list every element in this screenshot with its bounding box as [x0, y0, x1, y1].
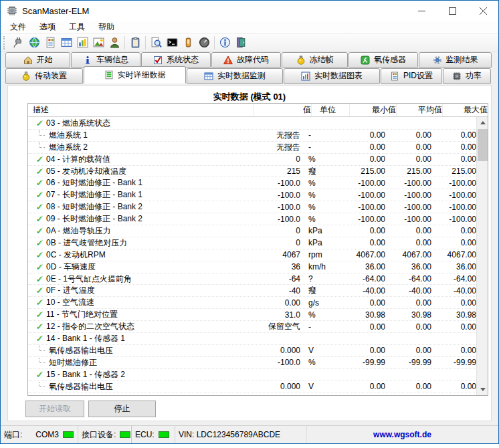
vertical-scrollbar[interactable]	[476, 117, 488, 395]
stop-button[interactable]: 停止	[88, 401, 156, 417]
row-max: 0.00	[431, 346, 476, 355]
tab-freeze-frame[interactable]: 冻结帧	[282, 52, 348, 68]
row-value: 无报告	[243, 130, 300, 141]
maximize-button[interactable]	[437, 1, 468, 21]
header-unit[interactable]: 单位	[312, 104, 350, 116]
user-icon[interactable]	[106, 35, 122, 50]
row-description: 15 - Bank 1 - 传感器 2	[46, 369, 125, 380]
gauge-icon[interactable]	[196, 35, 212, 50]
table-row[interactable]: 氧传感器输出电压0.000V0.000.000.00	[28, 345, 476, 357]
table-row[interactable]: ✓0F - 进气温度-40癈-40.00-40.00-40.00	[28, 285, 476, 297]
tab-vehicle-info[interactable]: 车辆信息	[71, 52, 140, 68]
check-icon: ✓	[33, 250, 46, 260]
check-icon: ✓	[33, 310, 46, 320]
tab-start[interactable]: 开始	[5, 52, 70, 68]
header-avg[interactable]: 平均值	[397, 104, 443, 116]
tab-power[interactable]: 功率	[443, 68, 491, 84]
status-bar: 端口: COM3 接口设备: ECU: VIN: LDC123456789ABC…	[1, 425, 498, 443]
live-monitor-icon	[204, 72, 213, 81]
tab-monitor-results[interactable]: 监测结果	[419, 52, 492, 68]
table-row[interactable]: ✓09 - 长时燃油修正 - Bank 2-100.0%-100.00-100.…	[28, 213, 476, 225]
scrollbar-thumb[interactable]	[478, 129, 488, 161]
toolbar-drag-handle[interactable]	[3, 36, 5, 49]
table-row[interactable]: ✓14 - Bank 1 - 传感器 1	[28, 333, 476, 345]
tab-transmission[interactable]: 传动装置	[5, 68, 83, 84]
start-reading-button[interactable]: 开始读取	[25, 401, 84, 417]
chart-icon[interactable]	[74, 35, 90, 50]
table-row[interactable]: ✓0C - 发动机RPM4067rpm4067.004067.004067.00	[28, 249, 476, 261]
tab-label: PID设置	[403, 70, 433, 82]
header-max[interactable]: 最大值	[443, 104, 488, 116]
battery-icon[interactable]	[180, 35, 196, 50]
tree-branch-icon	[39, 346, 45, 351]
table-row[interactable]: 燃油系统 2无报告-0.000.000.00	[28, 142, 476, 154]
close-button[interactable]	[468, 1, 498, 21]
table-row[interactable]: ✓10 - 空气流速0.00g/s0.000.000.00	[28, 297, 476, 309]
page-title: 实时数据 (模式 01)	[8, 91, 491, 103]
table-row[interactable]: ✓0D - 车辆速度36km/h36.0036.0036.00	[28, 261, 476, 273]
exit-icon[interactable]	[233, 35, 249, 50]
row-min: 0.00	[338, 226, 385, 235]
image-icon[interactable]	[90, 35, 106, 50]
header-min[interactable]: 最小值	[350, 104, 397, 116]
scroll-up-icon[interactable]	[477, 117, 488, 128]
table-row[interactable]: ✓08 - 短时燃油修正 - Bank 2-100.0%-100.00-100.…	[28, 201, 476, 213]
search-icon[interactable]	[148, 35, 164, 50]
row-description: 短时燃油修正	[49, 357, 97, 368]
table-row[interactable]: ✓04 - 计算的载荷值0%0.000.000.00	[28, 154, 476, 166]
row-avg: 0.00	[385, 142, 431, 152]
tree-branch-icon	[39, 382, 45, 387]
table-row[interactable]: ✓05 - 发动机冷却液温度215癈215.00215.00215.00	[28, 166, 476, 178]
tab-system-status[interactable]: 系统状态	[141, 52, 211, 68]
table-row[interactable]: ✓06 - 短时燃油修正 - Bank 1-100.0%-100.00-100.…	[28, 177, 476, 189]
grid-icon[interactable]	[58, 35, 74, 50]
terminal-icon[interactable]	[164, 35, 180, 50]
table-row[interactable]: 短时燃油修正-100.0%-99.99-99.99-99.99	[28, 357, 476, 369]
table-row[interactable]: ✓15 - Bank 1 - 传感器 2	[28, 369, 476, 381]
clipboard-icon[interactable]	[127, 35, 143, 50]
tab-label: 传动装置	[35, 70, 67, 82]
tab-oxygen-sensors[interactable]: 氧传感器	[348, 52, 418, 68]
tab-live-monitor[interactable]: 实时数据监测	[187, 68, 283, 84]
tab-pid-settings[interactable]: PID设置	[381, 68, 442, 84]
minimize-button[interactable]	[406, 1, 437, 21]
info-icon[interactable]	[217, 35, 233, 50]
row-value: 36	[243, 262, 300, 271]
row-unit: kPa	[300, 226, 338, 235]
connect-icon[interactable]	[10, 35, 26, 50]
report-icon[interactable]	[42, 35, 58, 50]
row-avg: -100.00	[385, 191, 431, 200]
row-max: -100.00	[431, 215, 476, 224]
menu-tools[interactable]: 工具	[62, 20, 92, 34]
tab-live-chart[interactable]: 实时数据图表	[284, 68, 380, 84]
row-min: 4067.00	[338, 250, 385, 259]
header-description[interactable]: 描述	[28, 104, 254, 116]
table-row[interactable]: ✓0B - 进气歧管绝对压力0kPa0.000.000.00	[28, 237, 476, 249]
table-row[interactable]: ✓07 - 长时燃油修正 - Bank 1-100.0%-100.00-100.…	[28, 189, 476, 201]
transmission-icon	[21, 72, 31, 81]
table-row[interactable]: ✓11 - 节气门绝对位置31.0%30.9830.9830.98	[28, 309, 476, 321]
table-row[interactable]: ✓0E - 1号气缸点火提前角-64?-64.00-64.00-64.00	[28, 273, 476, 286]
table-row[interactable]: ✓0A - 燃油导轨压力0kPa0.000.000.00	[28, 225, 476, 237]
port-status-led	[63, 431, 74, 438]
header-value[interactable]: 值	[254, 104, 312, 116]
tab-label: 实时数据图表	[314, 70, 363, 82]
check-icon: ✓	[33, 178, 46, 188]
table-row[interactable]: ✓12 - 指令的二次空气状态保留空气-0.000.000.00	[28, 321, 476, 333]
menu-file[interactable]: 文件	[3, 20, 33, 34]
row-avg: -100.00	[385, 215, 431, 224]
scroll-down-icon[interactable]	[477, 384, 488, 395]
table-row[interactable]: 燃油系统 1无报告-0.000.000.00	[28, 130, 476, 142]
tab-live-data[interactable]: 实时详细数据	[84, 66, 186, 84]
table-row[interactable]: 氧传感器输出电压0.000V0.000.000.00	[28, 381, 476, 393]
table-row[interactable]: ✓03 - 燃油系统状态	[28, 118, 476, 130]
tab-fault-codes[interactable]: 故障代码	[211, 52, 281, 68]
row-unit: km/h	[300, 262, 338, 271]
menu-options[interactable]: 选项	[33, 20, 62, 34]
ecu-status-led	[159, 431, 169, 438]
website-link[interactable]: www.wgsoft.de	[373, 430, 431, 439]
menu-help[interactable]: 帮助	[92, 20, 121, 34]
globe-icon[interactable]	[26, 35, 42, 50]
row-unit: %	[300, 310, 338, 320]
row-value: 0	[243, 226, 300, 235]
